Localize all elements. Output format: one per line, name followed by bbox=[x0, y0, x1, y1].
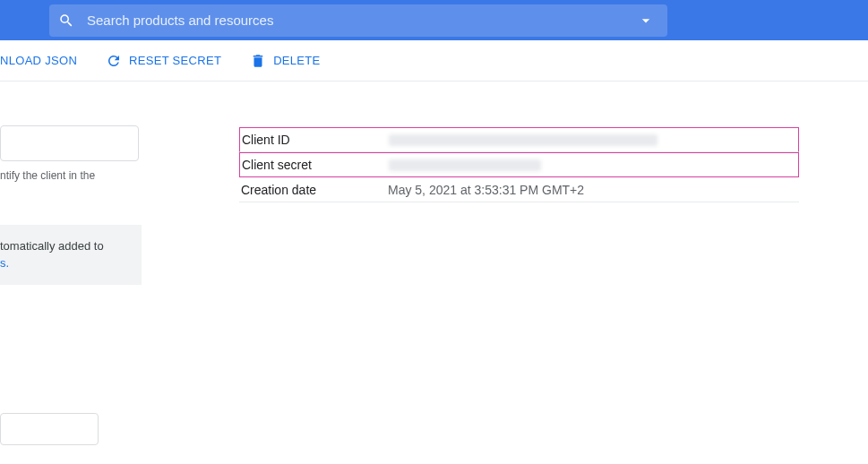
search-icon bbox=[58, 13, 74, 29]
delete-button[interactable]: DELETE bbox=[250, 53, 320, 69]
name-input[interactable] bbox=[0, 125, 139, 161]
search-box[interactable] bbox=[49, 4, 667, 37]
detail-row-client-secret: Client secret bbox=[239, 152, 799, 177]
info-text: tomatically added to bbox=[0, 239, 104, 253]
left-column: ntify the client in the tomatically adde… bbox=[0, 125, 143, 285]
name-helper-text: ntify the client in the bbox=[0, 168, 143, 184]
info-link[interactable]: s. bbox=[0, 256, 9, 270]
info-box: tomatically added to s. bbox=[0, 225, 142, 285]
reset-secret-label: RESET SECRET bbox=[129, 54, 221, 67]
client-secret-value bbox=[389, 159, 541, 171]
chevron-down-icon[interactable] bbox=[633, 12, 658, 30]
reset-secret-button[interactable]: RESET SECRET bbox=[106, 53, 221, 69]
delete-label: DELETE bbox=[273, 54, 320, 67]
trash-icon bbox=[250, 53, 266, 69]
detail-row-client-id: Client ID bbox=[239, 127, 799, 152]
detail-row-creation-date: Creation date May 5, 2021 at 3:53:31 PM … bbox=[239, 177, 799, 202]
uri-input[interactable] bbox=[0, 413, 99, 445]
client-secret-label: Client secret bbox=[242, 158, 389, 172]
client-id-label: Client ID bbox=[242, 133, 389, 147]
detail-table: Client ID Client secret Creation date Ma… bbox=[239, 127, 799, 202]
redacted-value bbox=[389, 159, 541, 171]
creation-date-label: Creation date bbox=[241, 183, 388, 197]
search-input[interactable] bbox=[74, 13, 633, 28]
top-bar bbox=[0, 0, 868, 40]
creation-date-value: May 5, 2021 at 3:53:31 PM GMT+2 bbox=[388, 183, 584, 197]
download-json-button[interactable]: NLOAD JSON bbox=[0, 54, 77, 67]
download-json-label: NLOAD JSON bbox=[0, 54, 77, 67]
action-bar: NLOAD JSON RESET SECRET DELETE bbox=[0, 40, 868, 82]
client-id-value bbox=[389, 134, 657, 146]
refresh-icon bbox=[106, 53, 122, 69]
redacted-value bbox=[389, 134, 657, 146]
